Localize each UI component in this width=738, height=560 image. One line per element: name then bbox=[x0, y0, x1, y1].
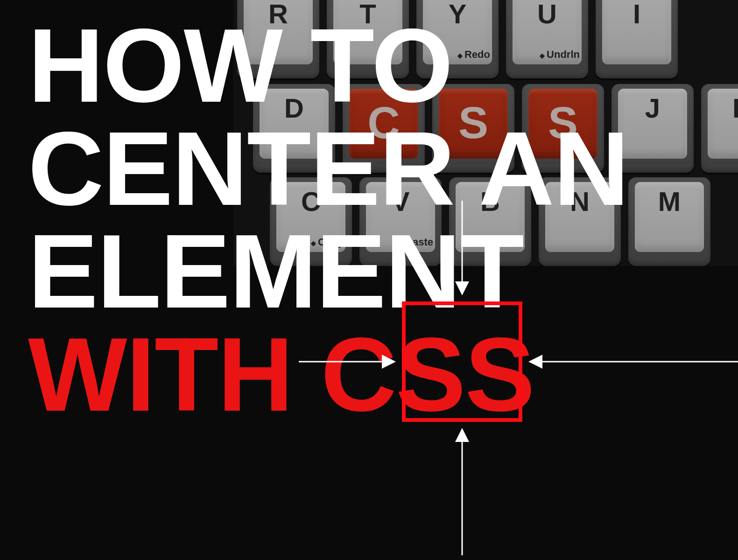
headline-line-1: HOW TO bbox=[28, 14, 719, 117]
headline-line-2: CENTER AN bbox=[28, 117, 719, 220]
headline: HOW TO CENTER AN ELEMENT WITH CSS bbox=[28, 14, 719, 426]
headline-line-3: ELEMENT bbox=[28, 220, 719, 323]
poster-stage: RTYRedoUUndrlnI DCSSJK CCopyVPasteBBoldN… bbox=[0, 0, 738, 560]
headline-line-4: WITH CSS bbox=[28, 323, 719, 426]
